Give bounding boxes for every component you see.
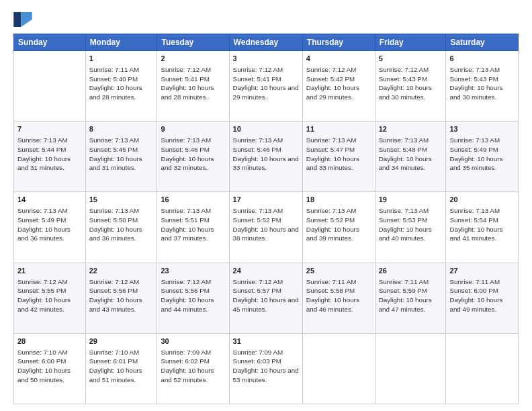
day-number: 11 bbox=[306, 124, 371, 135]
day-number: 1 bbox=[89, 54, 154, 64]
calendar-cell: 2Sunrise: 7:12 AMSunset: 5:41 PMDaylight… bbox=[157, 51, 229, 122]
cell-info: Sunrise: 7:12 AMSunset: 5:56 PMDaylight:… bbox=[161, 277, 225, 314]
cell-info: Sunrise: 7:13 AMSunset: 5:54 PMDaylight:… bbox=[449, 206, 515, 243]
calendar-cell: 14Sunrise: 7:13 AMSunset: 5:49 PMDayligh… bbox=[14, 192, 86, 263]
calendar-cell: 27Sunrise: 7:11 AMSunset: 6:00 PMDayligh… bbox=[446, 263, 519, 333]
cell-info: Sunrise: 7:11 AMSunset: 5:40 PMDaylight:… bbox=[89, 65, 154, 102]
header-saturday: Saturday bbox=[446, 34, 519, 51]
cell-info: Sunrise: 7:09 AMSunset: 6:02 PMDaylight:… bbox=[161, 348, 225, 385]
calendar-cell: 16Sunrise: 7:13 AMSunset: 5:51 PMDayligh… bbox=[157, 192, 229, 263]
calendar-week-2: 7Sunrise: 7:13 AMSunset: 5:44 PMDaylight… bbox=[14, 122, 519, 192]
day-number: 2 bbox=[161, 54, 225, 64]
calendar-cell: 29Sunrise: 7:10 AMSunset: 6:01 PMDayligh… bbox=[85, 333, 157, 404]
logo-icon bbox=[13, 12, 32, 27]
header-friday: Friday bbox=[375, 34, 446, 51]
cell-info: Sunrise: 7:13 AMSunset: 5:51 PMDaylight:… bbox=[161, 206, 225, 243]
day-number: 16 bbox=[161, 195, 225, 205]
calendar-cell bbox=[375, 333, 446, 404]
cell-info: Sunrise: 7:13 AMSunset: 5:43 PMDaylight:… bbox=[449, 65, 515, 102]
calendar-cell bbox=[446, 333, 519, 404]
header-thursday: Thursday bbox=[302, 34, 375, 51]
day-number: 15 bbox=[89, 195, 154, 205]
day-number: 14 bbox=[17, 195, 82, 205]
calendar-table: SundayMondayTuesdayWednesdayThursdayFrid… bbox=[13, 34, 519, 404]
calendar-cell: 24Sunrise: 7:12 AMSunset: 5:57 PMDayligh… bbox=[229, 263, 302, 333]
cell-info: Sunrise: 7:11 AMSunset: 6:00 PMDaylight:… bbox=[449, 277, 515, 314]
cell-info: Sunrise: 7:13 AMSunset: 5:44 PMDaylight:… bbox=[17, 136, 82, 173]
header-monday: Monday bbox=[85, 34, 157, 51]
cell-info: Sunrise: 7:13 AMSunset: 5:46 PMDaylight:… bbox=[161, 136, 225, 173]
header-tuesday: Tuesday bbox=[157, 34, 229, 51]
cell-info: Sunrise: 7:12 AMSunset: 5:43 PMDaylight:… bbox=[379, 65, 443, 102]
calendar-cell: 1Sunrise: 7:11 AMSunset: 5:40 PMDaylight… bbox=[85, 51, 157, 122]
calendar-week-1: 1Sunrise: 7:11 AMSunset: 5:40 PMDaylight… bbox=[14, 51, 519, 122]
cell-info: Sunrise: 7:13 AMSunset: 5:48 PMDaylight:… bbox=[379, 136, 443, 173]
day-number: 10 bbox=[233, 124, 299, 135]
cell-info: Sunrise: 7:12 AMSunset: 5:57 PMDaylight:… bbox=[233, 277, 299, 314]
cell-info: Sunrise: 7:12 AMSunset: 5:55 PMDaylight:… bbox=[17, 277, 82, 314]
cell-info: Sunrise: 7:13 AMSunset: 5:53 PMDaylight:… bbox=[379, 206, 443, 243]
calendar-cell: 20Sunrise: 7:13 AMSunset: 5:54 PMDayligh… bbox=[446, 192, 519, 263]
day-number: 22 bbox=[89, 266, 154, 277]
calendar-cell: 21Sunrise: 7:12 AMSunset: 5:55 PMDayligh… bbox=[14, 263, 86, 333]
day-number: 28 bbox=[17, 336, 82, 347]
day-number: 25 bbox=[306, 266, 371, 277]
calendar-cell bbox=[302, 333, 375, 404]
day-number: 4 bbox=[306, 54, 371, 64]
cell-info: Sunrise: 7:13 AMSunset: 5:49 PMDaylight:… bbox=[449, 136, 515, 173]
cell-info: Sunrise: 7:11 AMSunset: 5:59 PMDaylight:… bbox=[379, 277, 443, 314]
day-number: 19 bbox=[379, 195, 443, 205]
day-number: 8 bbox=[89, 124, 154, 135]
day-number: 23 bbox=[161, 266, 225, 277]
calendar-cell: 31Sunrise: 7:09 AMSunset: 6:03 PMDayligh… bbox=[229, 333, 302, 404]
calendar-cell: 28Sunrise: 7:10 AMSunset: 6:00 PMDayligh… bbox=[14, 333, 86, 404]
day-number: 31 bbox=[233, 336, 299, 347]
calendar-cell: 3Sunrise: 7:12 AMSunset: 5:41 PMDaylight… bbox=[229, 51, 302, 122]
calendar-week-5: 28Sunrise: 7:10 AMSunset: 6:00 PMDayligh… bbox=[14, 333, 519, 404]
calendar-cell: 13Sunrise: 7:13 AMSunset: 5:49 PMDayligh… bbox=[446, 122, 519, 192]
day-number: 7 bbox=[17, 124, 82, 135]
day-number: 17 bbox=[233, 195, 299, 205]
cell-info: Sunrise: 7:13 AMSunset: 5:52 PMDaylight:… bbox=[233, 206, 299, 243]
calendar-cell: 6Sunrise: 7:13 AMSunset: 5:43 PMDaylight… bbox=[446, 51, 519, 122]
calendar-cell: 26Sunrise: 7:11 AMSunset: 5:59 PMDayligh… bbox=[375, 263, 446, 333]
cell-info: Sunrise: 7:11 AMSunset: 5:58 PMDaylight:… bbox=[306, 277, 371, 314]
calendar-cell: 9Sunrise: 7:13 AMSunset: 5:46 PMDaylight… bbox=[157, 122, 229, 192]
cell-info: Sunrise: 7:10 AMSunset: 6:00 PMDaylight:… bbox=[17, 348, 82, 385]
day-number: 5 bbox=[379, 54, 443, 64]
calendar-cell: 10Sunrise: 7:13 AMSunset: 5:46 PMDayligh… bbox=[229, 122, 302, 192]
calendar-cell: 25Sunrise: 7:11 AMSunset: 5:58 PMDayligh… bbox=[302, 263, 375, 333]
logo bbox=[13, 12, 35, 27]
cell-info: Sunrise: 7:13 AMSunset: 5:46 PMDaylight:… bbox=[233, 136, 299, 173]
calendar-cell: 22Sunrise: 7:12 AMSunset: 5:56 PMDayligh… bbox=[85, 263, 157, 333]
svg-marker-1 bbox=[21, 12, 32, 27]
calendar-week-4: 21Sunrise: 7:12 AMSunset: 5:55 PMDayligh… bbox=[14, 263, 519, 333]
svg-rect-0 bbox=[13, 12, 21, 27]
cell-info: Sunrise: 7:10 AMSunset: 6:01 PMDaylight:… bbox=[89, 348, 154, 385]
day-number: 6 bbox=[449, 54, 515, 64]
cell-info: Sunrise: 7:13 AMSunset: 5:45 PMDaylight:… bbox=[89, 136, 154, 173]
calendar-cell: 18Sunrise: 7:13 AMSunset: 5:52 PMDayligh… bbox=[302, 192, 375, 263]
page-header bbox=[13, 12, 519, 27]
day-number: 21 bbox=[17, 266, 82, 277]
day-number: 3 bbox=[233, 54, 299, 64]
day-number: 26 bbox=[379, 266, 443, 277]
cell-info: Sunrise: 7:13 AMSunset: 5:50 PMDaylight:… bbox=[89, 206, 154, 243]
calendar-cell: 12Sunrise: 7:13 AMSunset: 5:48 PMDayligh… bbox=[375, 122, 446, 192]
calendar-cell: 19Sunrise: 7:13 AMSunset: 5:53 PMDayligh… bbox=[375, 192, 446, 263]
cell-info: Sunrise: 7:13 AMSunset: 5:47 PMDaylight:… bbox=[306, 136, 371, 173]
calendar-cell: 17Sunrise: 7:13 AMSunset: 5:52 PMDayligh… bbox=[229, 192, 302, 263]
header-sunday: Sunday bbox=[14, 34, 86, 51]
calendar-cell: 15Sunrise: 7:13 AMSunset: 5:50 PMDayligh… bbox=[85, 192, 157, 263]
calendar-week-3: 14Sunrise: 7:13 AMSunset: 5:49 PMDayligh… bbox=[14, 192, 519, 263]
cell-info: Sunrise: 7:12 AMSunset: 5:41 PMDaylight:… bbox=[161, 65, 225, 102]
day-number: 18 bbox=[306, 195, 371, 205]
calendar-cell: 11Sunrise: 7:13 AMSunset: 5:47 PMDayligh… bbox=[302, 122, 375, 192]
day-number: 30 bbox=[161, 336, 225, 347]
cell-info: Sunrise: 7:12 AMSunset: 5:41 PMDaylight:… bbox=[233, 65, 299, 102]
cell-info: Sunrise: 7:09 AMSunset: 6:03 PMDaylight:… bbox=[233, 348, 299, 385]
day-number: 27 bbox=[449, 266, 515, 277]
day-number: 9 bbox=[161, 124, 225, 135]
calendar-cell: 7Sunrise: 7:13 AMSunset: 5:44 PMDaylight… bbox=[14, 122, 86, 192]
day-number: 12 bbox=[379, 124, 443, 135]
